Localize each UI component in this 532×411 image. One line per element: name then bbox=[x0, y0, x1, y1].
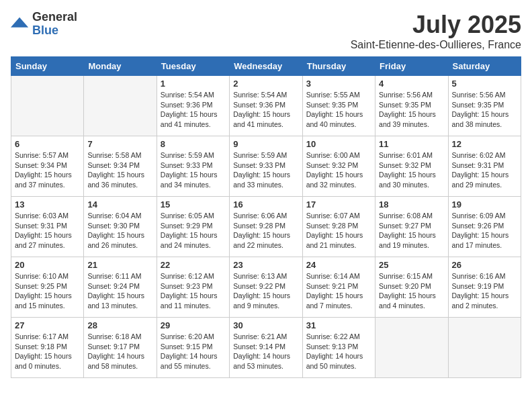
calendar-cell: 15Sunrise: 6:05 AM Sunset: 9:29 PM Dayli… bbox=[157, 197, 229, 257]
calendar-cell: 24Sunrise: 6:14 AM Sunset: 9:21 PM Dayli… bbox=[302, 257, 375, 318]
day-number: 3 bbox=[306, 79, 371, 89]
day-info: Sunrise: 5:54 AM Sunset: 9:36 PM Dayligh… bbox=[161, 90, 226, 130]
day-info: Sunrise: 6:05 AM Sunset: 9:29 PM Dayligh… bbox=[161, 211, 226, 250]
calendar-cell: 30Sunrise: 6:21 AM Sunset: 9:14 PM Dayli… bbox=[230, 318, 302, 378]
logo-general-text: General bbox=[32, 11, 77, 24]
calendar-cell: 9Sunrise: 5:59 AM Sunset: 9:33 PM Daylig… bbox=[230, 136, 302, 197]
day-info: Sunrise: 6:14 AM Sunset: 9:21 PM Dayligh… bbox=[306, 271, 371, 311]
calendar-cell: 21Sunrise: 6:11 AM Sunset: 9:24 PM Dayli… bbox=[84, 257, 157, 318]
calendar-cell bbox=[84, 76, 157, 136]
day-number: 26 bbox=[452, 260, 517, 270]
calendar-cell: 12Sunrise: 6:02 AM Sunset: 9:31 PM Dayli… bbox=[448, 136, 521, 197]
calendar-cell: 26Sunrise: 6:16 AM Sunset: 9:19 PM Dayli… bbox=[448, 257, 521, 318]
day-info: Sunrise: 5:58 AM Sunset: 9:34 PM Dayligh… bbox=[87, 150, 152, 190]
day-info: Sunrise: 6:12 AM Sunset: 9:23 PM Dayligh… bbox=[161, 271, 226, 311]
day-number: 17 bbox=[306, 199, 371, 210]
day-number: 31 bbox=[306, 320, 371, 330]
day-number: 10 bbox=[306, 139, 371, 149]
weekday-header-sunday: Sunday bbox=[11, 57, 84, 76]
calendar-week-5: 27Sunrise: 6:17 AM Sunset: 9:18 PM Dayli… bbox=[11, 318, 521, 378]
day-info: Sunrise: 6:21 AM Sunset: 9:14 PM Dayligh… bbox=[233, 332, 298, 371]
day-info: Sunrise: 6:10 AM Sunset: 9:25 PM Dayligh… bbox=[15, 271, 80, 311]
calendar-cell: 6Sunrise: 5:57 AM Sunset: 9:34 PM Daylig… bbox=[11, 136, 84, 197]
day-info: Sunrise: 6:13 AM Sunset: 9:22 PM Dayligh… bbox=[233, 271, 298, 311]
calendar-cell: 27Sunrise: 6:17 AM Sunset: 9:18 PM Dayli… bbox=[11, 318, 84, 378]
day-info: Sunrise: 6:01 AM Sunset: 9:32 PM Dayligh… bbox=[379, 150, 444, 190]
calendar-cell: 31Sunrise: 6:22 AM Sunset: 9:13 PM Dayli… bbox=[302, 318, 375, 378]
calendar-cell: 17Sunrise: 6:07 AM Sunset: 9:28 PM Dayli… bbox=[302, 197, 375, 257]
day-info: Sunrise: 6:18 AM Sunset: 9:17 PM Dayligh… bbox=[87, 332, 152, 371]
day-info: Sunrise: 5:59 AM Sunset: 9:33 PM Dayligh… bbox=[233, 150, 298, 190]
logo-text: General Blue bbox=[32, 11, 77, 38]
weekday-header-tuesday: Tuesday bbox=[157, 57, 229, 76]
day-info: Sunrise: 6:11 AM Sunset: 9:24 PM Dayligh… bbox=[87, 271, 152, 311]
day-number: 6 bbox=[15, 139, 80, 149]
day-number: 27 bbox=[15, 320, 80, 330]
day-info: Sunrise: 6:02 AM Sunset: 9:31 PM Dayligh… bbox=[452, 150, 517, 190]
day-number: 4 bbox=[379, 79, 444, 89]
calendar-cell: 1Sunrise: 5:54 AM Sunset: 9:36 PM Daylig… bbox=[157, 76, 229, 136]
calendar-cell: 14Sunrise: 6:04 AM Sunset: 9:30 PM Dayli… bbox=[84, 197, 157, 257]
calendar-cell: 11Sunrise: 6:01 AM Sunset: 9:32 PM Dayli… bbox=[375, 136, 448, 197]
title-block: July 2025 Saint-Etienne-des-Oullieres, F… bbox=[351, 11, 521, 51]
day-number: 15 bbox=[161, 199, 226, 210]
calendar-cell: 25Sunrise: 6:15 AM Sunset: 9:20 PM Dayli… bbox=[375, 257, 448, 318]
weekday-header-wednesday: Wednesday bbox=[230, 57, 302, 76]
calendar-cell: 2Sunrise: 5:54 AM Sunset: 9:36 PM Daylig… bbox=[230, 76, 302, 136]
calendar-cell: 4Sunrise: 5:56 AM Sunset: 9:35 PM Daylig… bbox=[375, 76, 448, 136]
calendar-cell: 18Sunrise: 6:08 AM Sunset: 9:27 PM Dayli… bbox=[375, 197, 448, 257]
calendar-cell: 5Sunrise: 5:56 AM Sunset: 9:35 PM Daylig… bbox=[448, 76, 521, 136]
day-info: Sunrise: 6:08 AM Sunset: 9:27 PM Dayligh… bbox=[379, 211, 444, 250]
day-info: Sunrise: 6:15 AM Sunset: 9:20 PM Dayligh… bbox=[379, 271, 444, 311]
day-number: 25 bbox=[379, 260, 444, 270]
weekday-header-row: SundayMondayTuesdayWednesdayThursdayFrid… bbox=[11, 57, 521, 76]
calendar-cell: 3Sunrise: 5:55 AM Sunset: 9:35 PM Daylig… bbox=[302, 76, 375, 136]
calendar-cell: 19Sunrise: 6:09 AM Sunset: 9:26 PM Dayli… bbox=[448, 197, 521, 257]
logo-blue-text: Blue bbox=[32, 24, 77, 38]
day-number: 20 bbox=[15, 260, 80, 270]
weekday-header-saturday: Saturday bbox=[448, 57, 521, 76]
month-title: July 2025 bbox=[351, 11, 521, 39]
day-number: 9 bbox=[233, 139, 298, 149]
calendar-week-2: 6Sunrise: 5:57 AM Sunset: 9:34 PM Daylig… bbox=[11, 136, 521, 197]
calendar-cell: 23Sunrise: 6:13 AM Sunset: 9:22 PM Dayli… bbox=[230, 257, 302, 318]
calendar-cell: 7Sunrise: 5:58 AM Sunset: 9:34 PM Daylig… bbox=[84, 136, 157, 197]
calendar-cell bbox=[375, 318, 448, 378]
day-info: Sunrise: 5:56 AM Sunset: 9:35 PM Dayligh… bbox=[379, 90, 444, 130]
day-number: 23 bbox=[233, 260, 298, 270]
day-number: 24 bbox=[306, 260, 371, 270]
calendar-cell bbox=[11, 76, 84, 136]
day-info: Sunrise: 6:04 AM Sunset: 9:30 PM Dayligh… bbox=[87, 211, 152, 250]
day-number: 19 bbox=[452, 199, 517, 210]
page-header: General Blue July 2025 Saint-Etienne-des… bbox=[11, 11, 521, 51]
day-info: Sunrise: 6:22 AM Sunset: 9:13 PM Dayligh… bbox=[306, 332, 371, 371]
logo-icon bbox=[11, 15, 30, 34]
day-info: Sunrise: 5:57 AM Sunset: 9:34 PM Dayligh… bbox=[15, 150, 80, 190]
day-number: 12 bbox=[452, 139, 517, 149]
day-info: Sunrise: 5:54 AM Sunset: 9:36 PM Dayligh… bbox=[233, 90, 298, 130]
day-number: 22 bbox=[161, 260, 226, 270]
day-number: 7 bbox=[87, 139, 152, 149]
day-info: Sunrise: 6:16 AM Sunset: 9:19 PM Dayligh… bbox=[452, 271, 517, 311]
day-number: 16 bbox=[233, 199, 298, 210]
calendar-cell: 28Sunrise: 6:18 AM Sunset: 9:17 PM Dayli… bbox=[84, 318, 157, 378]
day-info: Sunrise: 5:56 AM Sunset: 9:35 PM Dayligh… bbox=[452, 90, 517, 130]
logo: General Blue bbox=[11, 11, 77, 38]
calendar-week-4: 20Sunrise: 6:10 AM Sunset: 9:25 PM Dayli… bbox=[11, 257, 521, 318]
day-number: 14 bbox=[87, 199, 152, 210]
day-info: Sunrise: 5:59 AM Sunset: 9:33 PM Dayligh… bbox=[161, 150, 226, 190]
day-info: Sunrise: 6:07 AM Sunset: 9:28 PM Dayligh… bbox=[306, 211, 371, 250]
calendar-cell: 8Sunrise: 5:59 AM Sunset: 9:33 PM Daylig… bbox=[157, 136, 229, 197]
day-number: 1 bbox=[161, 79, 226, 89]
weekday-header-monday: Monday bbox=[84, 57, 157, 76]
day-info: Sunrise: 5:55 AM Sunset: 9:35 PM Dayligh… bbox=[306, 90, 371, 130]
calendar-cell: 29Sunrise: 6:20 AM Sunset: 9:15 PM Dayli… bbox=[157, 318, 229, 378]
weekday-header-friday: Friday bbox=[375, 57, 448, 76]
svg-marker-0 bbox=[11, 17, 28, 28]
calendar-cell: 16Sunrise: 6:06 AM Sunset: 9:28 PM Dayli… bbox=[230, 197, 302, 257]
calendar-week-3: 13Sunrise: 6:03 AM Sunset: 9:31 PM Dayli… bbox=[11, 197, 521, 257]
day-number: 11 bbox=[379, 139, 444, 149]
day-info: Sunrise: 6:03 AM Sunset: 9:31 PM Dayligh… bbox=[15, 211, 80, 250]
day-number: 29 bbox=[161, 320, 226, 330]
day-info: Sunrise: 6:06 AM Sunset: 9:28 PM Dayligh… bbox=[233, 211, 298, 250]
